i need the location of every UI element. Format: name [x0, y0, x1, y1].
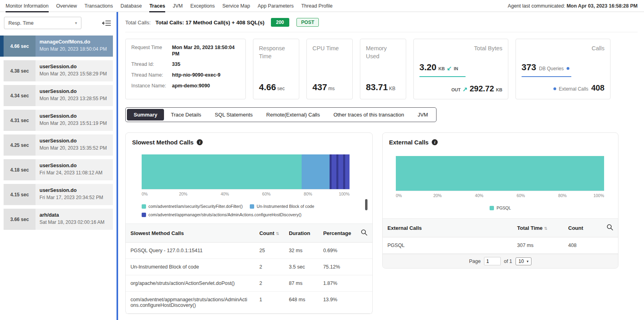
percentage-cell: 0.69%	[318, 243, 356, 259]
nav-traces[interactable]: Traces	[149, 0, 165, 12]
trace-list-item[interactable]: 3.66 sec arh/data Sat Mar 18, 2023 02:00…	[4, 209, 113, 230]
column-header-total-time[interactable]: Total Time⇅	[512, 219, 563, 237]
page-size-value: 10	[519, 259, 524, 264]
legend-item: Un-Instrumented Block of code	[250, 204, 314, 209]
trace-detail-main: Total Calls: Total Calls: 17 Method Call…	[118, 12, 644, 320]
stacked-bar	[396, 156, 604, 191]
info-icon[interactable]: i	[432, 139, 438, 145]
legend-label: com/adventnet/iam/security/SecurityFilte…	[148, 204, 243, 209]
total-calls-header: Total Calls: Total Calls: 17 Method Call…	[125, 12, 638, 32]
collapse-sidebar-button[interactable]	[102, 20, 111, 27]
percentage-cell: 13.9%	[318, 292, 356, 314]
collapse-sidebar-icon	[102, 20, 111, 27]
trace-list-item[interactable]: 4.15 sec userSession.do Fri Mar 17, 2023…	[4, 184, 113, 205]
bytes-in-label: IN	[454, 66, 458, 71]
legend-item: com/adventnet/appmanager/struts/actions/…	[142, 212, 301, 217]
count-cell: 2	[255, 275, 284, 292]
nav-service-map[interactable]: Service Map	[222, 0, 250, 12]
tab-trace-details[interactable]: Trace Details	[164, 109, 208, 120]
trace-duration-badge: 3.66 sec	[4, 209, 36, 230]
axis-tick: 20%	[433, 193, 442, 198]
chart-x-axis: 0% 20% 40% 60% 80% 100%	[142, 192, 350, 198]
nav-database[interactable]: Database	[121, 0, 142, 12]
trace-duration-badge: 4.34 sec	[4, 85, 36, 106]
count-cell: 408	[563, 237, 602, 254]
axis-tick: 0%	[396, 193, 402, 198]
legend-label: Un-Instrumented Block of code	[257, 204, 314, 209]
total-calls-label: Total Calls:	[125, 20, 151, 26]
tab-sql-statements[interactable]: SQL Statements	[208, 109, 259, 120]
axis-tick: 40%	[475, 193, 483, 198]
response-time-title: Response Time	[259, 45, 293, 60]
page-size-select[interactable]: 10 ▾	[516, 257, 532, 265]
column-header-duration[interactable]: Duration	[284, 224, 318, 243]
trace-list-item[interactable]: 4.38 sec userSession.do Mon Mar 20, 2023…	[4, 60, 113, 81]
trace-timestamp: Fri Mar 17, 2023 20:34:52 PM	[40, 195, 103, 200]
axis-tick: 0%	[142, 192, 148, 196]
table-row[interactable]: org/apache/struts/action/ActionServlet.d…	[126, 275, 372, 292]
legend-scrollbar[interactable]	[365, 199, 367, 210]
nav-overview[interactable]: Overview	[56, 0, 77, 12]
tab-jvm[interactable]: JVM	[411, 109, 435, 120]
column-header-name[interactable]: External Calls	[383, 219, 512, 237]
trace-list: 4.66 sec manageConfMons.do Mon Mar 20, 2…	[0, 36, 117, 233]
nav-app-parameters[interactable]: App Parameters	[258, 0, 294, 12]
cpu-time-value: 437	[312, 82, 327, 92]
axis-tick: 100%	[593, 193, 604, 198]
bytes-in-unit: KB	[439, 66, 445, 71]
sort-icon[interactable]: ⇅	[544, 226, 547, 231]
tab-remote-external-calls[interactable]: Remote(External) Calls	[259, 109, 326, 120]
chart-segment	[396, 156, 604, 191]
agent-timestamp: Mon Apr 03, 2023 16:58:28 PM	[567, 3, 638, 9]
search-icon[interactable]	[361, 229, 367, 236]
sort-dropdown[interactable]: Resp. Time ▾	[4, 17, 81, 29]
request-time-label: Request Time	[131, 45, 172, 57]
trace-list-item[interactable]: 4.34 sec userSession.do Mon Mar 20, 2023…	[4, 85, 113, 106]
trace-list-item[interactable]: 4.25 sec userSession.do Mon Mar 20, 2023…	[4, 134, 113, 156]
request-info-card: Request Time Mon Mar 20, 2023 18:50:04 P…	[125, 39, 246, 99]
column-header-percentage[interactable]: Percentage	[318, 224, 356, 243]
column-header-count[interactable]: Count	[563, 219, 602, 237]
nav-thread-profile[interactable]: Thread Profile	[301, 0, 333, 12]
column-header-name[interactable]: Slowest Method Calls	[126, 224, 255, 243]
thread-id-value: 335	[172, 61, 180, 68]
nav-exceptions[interactable]: Exceptions	[190, 0, 215, 12]
table-row[interactable]: com/adventnet/appmanager/struts/actions/…	[126, 292, 372, 314]
trace-list-item[interactable]: 4.66 sec manageConfMons.do Mon Mar 20, 2…	[0, 36, 113, 57]
info-icon[interactable]: i	[197, 139, 203, 145]
trace-timestamp: Fri Mar 24, 2023 11:08:12 AM	[40, 170, 103, 176]
table-row[interactable]: PGSQL 307 ms 408	[383, 237, 618, 254]
external-call-name-cell: PGSQL	[383, 237, 512, 254]
db-queries-value: 373	[522, 62, 536, 73]
tab-other-traces[interactable]: Other traces of this transaction	[327, 109, 411, 120]
axis-tick: 20%	[179, 192, 188, 196]
bytes-out-row: OUT ↗ 292.72 KB	[451, 84, 502, 93]
trace-list-item[interactable]: 4.31 sec userSession.do Mon Mar 20, 2023…	[4, 110, 113, 131]
external-calls-row: External Calls 408	[553, 83, 604, 93]
external-calls-value: 408	[591, 83, 604, 93]
column-header-count[interactable]: Count⇅	[255, 224, 284, 243]
trace-name: userSession.do	[40, 64, 107, 69]
nav-transactions[interactable]: Transactions	[85, 0, 113, 12]
tab-summary[interactable]: Summary	[127, 109, 164, 120]
search-icon[interactable]	[606, 224, 613, 231]
table-row[interactable]: PGSQL Query - 127.0.0.1:15411 25 32 ms 0…	[126, 243, 372, 259]
table-header-row: Slowest Method Calls Count⇅ Duration Per…	[126, 224, 372, 243]
chevron-down-icon: ▾	[75, 21, 77, 25]
memory-used-card: Memory Used 83.71KB	[360, 39, 406, 99]
total-bytes-title: Total Bytes	[419, 45, 502, 53]
trace-tabs: Summary Trace Details SQL Statements Rem…	[125, 107, 437, 122]
slowest-method-calls-panel: Slowest Method Calls i 0% 20% 40% 60% 80…	[125, 132, 373, 314]
percentage-cell: 75.12%	[318, 259, 356, 275]
page-number-input[interactable]	[484, 257, 501, 265]
table-row[interactable]: Un-Instrumented Block of code 2 3.5 sec …	[126, 259, 372, 275]
duration-cell: 32 ms	[284, 243, 318, 259]
bytes-out-unit: KB	[496, 87, 502, 92]
nav-jvm[interactable]: JVM	[173, 0, 183, 12]
trace-list-item[interactable]: 4.18 sec userSession.do Fri Mar 24, 2023…	[4, 159, 113, 180]
sort-icon[interactable]: ⇅	[276, 231, 279, 236]
nav-monitor-information[interactable]: Monitor Information	[6, 0, 49, 12]
axis-tick: 100%	[339, 192, 350, 196]
axis-tick: 60%	[517, 193, 525, 198]
instance-name-label: Instance Name:	[131, 83, 172, 89]
